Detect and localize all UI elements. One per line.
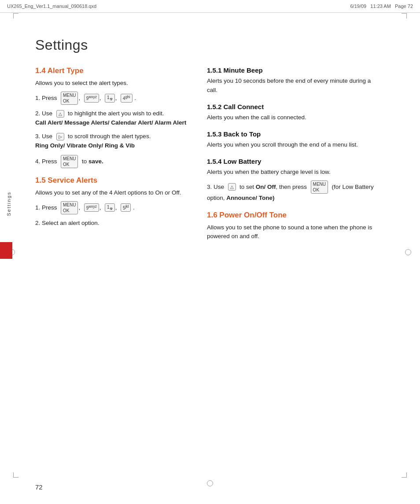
section-15-heading: 1.5 Service Alerts xyxy=(35,176,194,185)
section-152-heading: 1.5.2 Call Connect xyxy=(207,103,374,110)
section-14-description: Allows you to select the alert types. xyxy=(35,79,194,88)
key-1-1: 1☢ xyxy=(105,94,115,103)
section-154: 1.5.4 Low Battery Alerts you when the ba… xyxy=(207,158,374,203)
step-14-2: 2. Use △ to highlight the alert you wish… xyxy=(35,109,194,128)
step-154-3: 3. Use △ to set On/ Off, then press MENU… xyxy=(207,180,374,203)
section-15: 1.5 Service Alerts Allows you to set any… xyxy=(35,176,194,228)
key-9wxyz-1: 9wxyz xyxy=(84,94,99,102)
key-menu-ok-3: MENUOK xyxy=(61,201,78,214)
right-column: 1.5.1 Minute Beep Alerts you 10 seconds … xyxy=(207,66,374,245)
header-bar: UX265_Eng_Ver1.1_manual_090618.qxd 6/19/… xyxy=(0,0,420,13)
registration-mark-bottom xyxy=(207,480,213,486)
section-16-description: Allows you to set the phone to sound a t… xyxy=(207,223,374,242)
step-14-4: 4. Press MENUOK to save. xyxy=(35,155,194,168)
section-16: 1.6 Power On/Off Tone Allows you to set … xyxy=(207,211,374,242)
section-15-description: Allows you to set any of the 4 Alert opt… xyxy=(35,188,194,198)
step-154-3-bold2: Announce/ Tone) xyxy=(226,195,274,201)
section-151-description: Alerts you 10 seconds before the end of … xyxy=(207,77,374,95)
key-menu-ok-4: MENUOK xyxy=(311,180,328,194)
step-15-1: 1. Press MENUOK, 9wxyz, 1☢, 5jkl . xyxy=(35,201,194,214)
left-column: 1.4 Alert Type Allows you to select the … xyxy=(35,66,194,245)
step-14-4-bold: save. xyxy=(88,158,103,164)
section-154-heading: 1.5.4 Low Battery xyxy=(207,158,374,165)
content-area: Settings 1.4 Alert Type Allows you to se… xyxy=(35,37,402,271)
section-153-heading: 1.5.3 Back to Top xyxy=(207,130,374,138)
key-menu-ok-1: MENUOK xyxy=(61,92,78,105)
header-datetime: 6/19/09 11:23 AM Page 72 xyxy=(350,4,413,9)
step-14-1: 1. Press MENUOK, 9wxyz, 1☢, 4ghi . xyxy=(35,92,194,105)
sidebar-tab xyxy=(0,242,12,259)
crop-mark-tl xyxy=(13,13,18,18)
step-14-3: 3. Use ▷ to scroll through the alert typ… xyxy=(35,132,194,151)
header-filename: UX265_Eng_Ver1.1_manual_090618.qxd xyxy=(7,4,96,9)
section-154-description: Alerts you when the battery charge level… xyxy=(207,168,374,177)
section-153: 1.5.3 Back to Top Alerts you when you sc… xyxy=(207,130,374,150)
step-14-3-bold: Ring Only/ Vibrate Only/ Ring & Vib xyxy=(35,142,135,149)
sidebar-label-container: Settings xyxy=(6,191,11,216)
key-nav-side: ▷ xyxy=(56,133,64,140)
key-nav-down: △ xyxy=(228,183,236,191)
crop-mark-bl xyxy=(13,472,18,478)
step-15-2: 2. Select an alert option. xyxy=(35,219,194,228)
section-152-description: Alerts you when the call is connected. xyxy=(207,113,374,122)
registration-mark-right xyxy=(405,249,411,255)
step-154-3-bold1: On/ Off xyxy=(256,183,276,190)
page-title: Settings xyxy=(35,37,402,53)
section-16-heading: 1.6 Power On/Off Tone xyxy=(207,211,374,220)
page-container: UX265_Eng_Ver1.1_manual_090618.qxd 6/19/… xyxy=(0,0,420,504)
section-151: 1.5.1 Minute Beep Alerts you 10 seconds … xyxy=(207,66,374,95)
section-152: 1.5.2 Call Connect Alerts you when the c… xyxy=(207,103,374,122)
section-14-heading: 1.4 Alert Type xyxy=(35,66,194,75)
page-number: 72 xyxy=(35,483,43,491)
two-column-layout: 1.4 Alert Type Allows you to select the … xyxy=(35,66,402,245)
key-4ghi-1: 4ghi xyxy=(121,94,133,102)
sidebar-label: Settings xyxy=(6,191,11,216)
crop-mark-tr xyxy=(402,13,407,18)
section-151-heading: 1.5.1 Minute Beep xyxy=(207,66,374,74)
step-14-2-bold: Call Alert/ Message Alerts/ Calendar Ale… xyxy=(35,119,186,126)
crop-mark-br xyxy=(402,472,407,478)
section-153-description: Alerts you when you scroll through the e… xyxy=(207,140,374,150)
key-9wxyz-2: 9wxyz xyxy=(84,203,99,212)
key-1-2: 1☢ xyxy=(105,203,115,212)
section-14: 1.4 Alert Type Allows you to select the … xyxy=(35,66,194,168)
key-5jkl: 5jkl xyxy=(121,203,131,212)
key-nav-up: △ xyxy=(56,110,64,118)
key-menu-ok-2: MENUOK xyxy=(61,155,78,168)
